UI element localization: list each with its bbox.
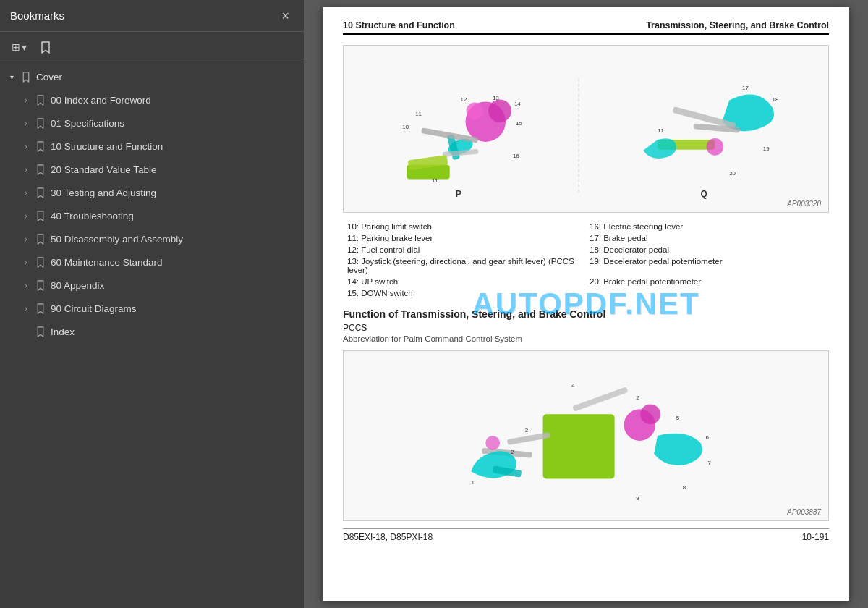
doc-footer-right: 10-191: [802, 532, 829, 542]
expand-arrow-40: ›: [20, 210, 32, 221]
bookmark-label-60: 60 Maintenance Standard: [51, 257, 298, 268]
caption-left: 10: Parking limit switch: [344, 221, 585, 232]
sidebar-toolbar: ⊞ ▾: [0, 32, 304, 62]
svg-text:11: 11: [658, 127, 664, 134]
caption-row: 13: Joystick (steering, directional, and…: [344, 256, 827, 275]
bookmark-label-cover: Cover: [36, 72, 298, 83]
bookmark-label-40: 40 Troubleshooting: [51, 211, 298, 221]
sidebar: Bookmarks × ⊞ ▾ ▾ Cover ›: [0, 0, 304, 608]
expand-arrow-cover: ▾: [6, 71, 17, 83]
document-header: 10 Structure and Function Transmission, …: [343, 20, 829, 35]
svg-text:6: 6: [705, 434, 709, 441]
svg-text:3: 3: [525, 427, 529, 434]
bookmark-ribbon-60: [35, 256, 46, 268]
bookmark-ribbon-index: [35, 326, 46, 337]
svg-point-31: [640, 404, 660, 424]
bookmark-item-10[interactable]: › 10 Structure and Function: [0, 135, 304, 158]
expand-arrow-20: ›: [20, 164, 32, 175]
svg-text:13: 13: [493, 95, 499, 101]
bookmark-item-01[interactable]: › 01 Specifications: [0, 111, 304, 135]
svg-text:17: 17: [742, 84, 749, 90]
caption-left: 15: DOWN switch: [344, 288, 585, 298]
caption-left: 11: Parking brake lever: [344, 233, 585, 243]
svg-text:2: 2: [636, 394, 639, 401]
caption-right: 19: Decelerator pedal potentiometer: [587, 256, 827, 275]
bookmark-label-30: 30 Testing and Adjusting: [51, 187, 298, 198]
svg-text:Q: Q: [701, 189, 707, 199]
expand-all-button[interactable]: ⊞ ▾: [7, 38, 31, 56]
caption-left: 12: Fuel control dial: [344, 245, 585, 255]
svg-point-22: [706, 138, 723, 156]
bookmark-ribbon-30: [35, 187, 46, 198]
bookmark-label-90: 90 Circuit Diagrams: [51, 303, 298, 314]
figure-1-label: AP003320: [787, 200, 821, 208]
bookmark-manage-button[interactable]: [35, 38, 56, 56]
figure-2-label: AP003837: [787, 508, 821, 516]
figure-2-inner: 1 2 3 4 2 5 6 7 8 9 AP003837: [344, 351, 828, 520]
doc-header-left: 10 Structure and Function: [343, 20, 455, 30]
bookmark-item-00[interactable]: › 00 Index and Foreword: [0, 88, 304, 111]
bookmarks-list: ▾ Cover › 00 Index and Foreword ›: [0, 62, 304, 608]
expand-arrow-01: ›: [20, 117, 32, 129]
svg-text:8: 8: [683, 484, 686, 491]
expand-arrow-90: ›: [20, 303, 32, 314]
bookmark-ribbon-10: [35, 140, 46, 152]
figure-2-diagram: 1 2 3 4 2 5 6 7 8 9: [349, 357, 822, 515]
svg-point-2: [488, 99, 511, 122]
bookmark-ribbon-90: [35, 303, 46, 314]
caption-row: 15: DOWN switch: [344, 288, 827, 298]
expand-arrow-icon: ▾: [22, 41, 27, 53]
bookmark-item-index[interactable]: › Index: [0, 320, 304, 343]
svg-text:20: 20: [729, 170, 736, 177]
page-wrapper[interactable]: 10 Structure and Function Transmission, …: [323, 7, 849, 601]
svg-text:7: 7: [707, 460, 710, 466]
svg-text:10: 10: [402, 124, 409, 130]
bookmark-item-80[interactable]: › 80 Appendix: [0, 274, 304, 297]
bookmark-item-30[interactable]: › 30 Testing and Adjusting: [0, 181, 304, 204]
bookmark-item-cover[interactable]: ▾ Cover: [0, 65, 304, 88]
caption-right: 16: Electric steering lever: [587, 221, 827, 232]
bookmark-ribbon-cover: [20, 71, 32, 83]
expand-arrow-00: ›: [20, 94, 32, 106]
bookmark-item-40[interactable]: › 40 Troubleshooting: [0, 204, 304, 227]
sidebar-title: Bookmarks: [10, 9, 64, 22]
section-sub: PCCS: [343, 323, 829, 333]
bookmark-ribbon-80: [35, 279, 46, 291]
bookmark-item-50[interactable]: › 50 Disassembly and Assembly: [0, 227, 304, 250]
bookmark-label-10: 10 Structure and Function: [51, 141, 298, 152]
svg-text:4: 4: [571, 382, 575, 389]
svg-text:P: P: [456, 189, 461, 199]
caption-left: 13: Joystick (steering, directional, and…: [344, 256, 585, 275]
expand-arrow-80: ›: [20, 279, 32, 291]
expand-arrow-30: ›: [20, 187, 32, 198]
svg-point-36: [485, 436, 500, 450]
main-content-area: 10 Structure and Function Transmission, …: [304, 0, 868, 608]
figure-2-box: 1 2 3 4 2 5 6 7 8 9 AP003837: [343, 350, 829, 521]
bookmark-label-50: 50 Disassembly and Assembly: [51, 234, 298, 245]
caption-row: 14: UP switch20: Brake pedal potentiomet…: [344, 276, 827, 287]
svg-rect-29: [543, 414, 615, 478]
bookmark-item-60[interactable]: › 60 Maintenance Standard: [0, 250, 304, 274]
caption-row: 11: Parking brake lever17: Brake pedal: [344, 233, 827, 243]
svg-text:5: 5: [676, 415, 680, 421]
bookmark-item-20[interactable]: › 20 Standard Value Table: [0, 158, 304, 181]
expand-arrow-10: ›: [20, 140, 32, 152]
figure-1-box: 10 11 12 13 14 15 16 11 P: [343, 45, 829, 213]
figure-1-captions: 10: Parking limit switch16: Electric ste…: [343, 220, 829, 300]
svg-text:11: 11: [415, 111, 422, 117]
svg-text:2: 2: [511, 449, 514, 455]
bookmark-label-01: 01 Specifications: [51, 118, 298, 129]
caption-row: 12: Fuel control dial18: Decelerator ped…: [344, 245, 827, 255]
close-button[interactable]: ×: [277, 8, 294, 24]
svg-rect-34: [572, 387, 628, 412]
svg-text:18: 18: [773, 96, 779, 103]
caption-right: [587, 288, 827, 298]
expand-arrow-50: ›: [20, 233, 32, 245]
bookmark-label-index: Index: [51, 326, 298, 337]
svg-text:9: 9: [636, 495, 639, 502]
bookmark-ribbon-50: [35, 233, 46, 245]
section-abbr: Abbreviation for Palm Command Control Sy…: [343, 334, 829, 343]
bookmark-ribbon-01: [35, 117, 46, 129]
bookmark-label-80: 80 Appendix: [51, 280, 298, 291]
bookmark-item-90[interactable]: › 90 Circuit Diagrams: [0, 297, 304, 320]
